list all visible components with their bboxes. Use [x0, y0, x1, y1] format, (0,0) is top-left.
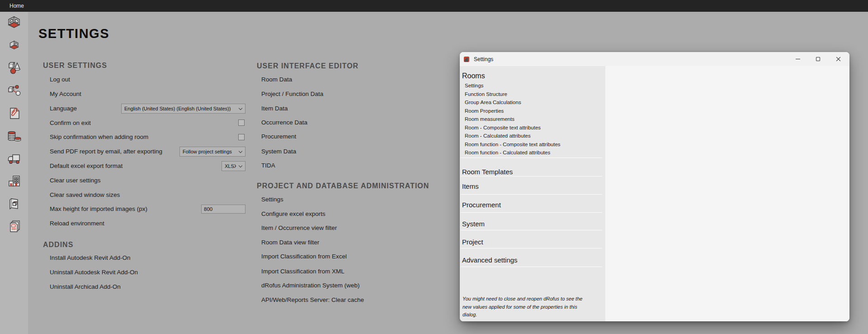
admin-item-occurrence-view-filter[interactable]: Item / Occurrence view filter [261, 224, 337, 233]
drofus-logo-icon [463, 56, 470, 62]
skip-confirmation-checkbox[interactable] [238, 134, 245, 140]
separator [461, 267, 602, 267]
uninstall-archicad-link[interactable]: Uninstall Archicad Add-On [50, 282, 121, 291]
tree-item-function-structure[interactable]: Function Structure [465, 90, 561, 99]
send-pdf-select-value: Follow project settings [183, 149, 236, 154]
admin-api-clear-cache[interactable]: API/Web/Reports Server: Clear cache [261, 296, 364, 305]
tree-item-room-function-calculated-attributes[interactable]: Room function - Calculated attributes [465, 148, 561, 157]
tree-item-room-function-composite-text-attributes[interactable]: Room function - Composite text attribute… [465, 140, 561, 149]
ui-editor-project-function-data[interactable]: Project / Function Data [261, 90, 323, 99]
user-settings-heading: USER SETTINGS [43, 61, 107, 70]
send-pdf-label: Send PDF report by email, after exportin… [50, 147, 162, 156]
send-pdf-select[interactable]: Follow project settings [179, 147, 245, 157]
language-select[interactable]: English (United States) (English (United… [121, 104, 245, 114]
admin-drofus-administration-system[interactable]: dRofus Administration System (web) [261, 281, 360, 290]
excel-format-select-value: XLSX [225, 163, 236, 169]
reload-environment-link[interactable]: Reload environment [50, 219, 104, 228]
admin-heading: PROJECT AND DATABASE ADMINISTRATION [257, 181, 429, 191]
ui-editor-system-data[interactable]: System Data [261, 147, 296, 156]
tree-item-room-calculated-attributes[interactable]: Room - Calculated attributes [465, 132, 561, 140]
my-account-link[interactable]: My Account [50, 90, 81, 99]
finance-icon[interactable] [6, 128, 22, 144]
admin-settings[interactable]: Settings [261, 195, 283, 204]
tree-item-settings[interactable]: Settings [465, 81, 561, 90]
project-icon[interactable] [6, 173, 22, 189]
max-height-input[interactable] [201, 205, 245, 214]
tree-room-templates-header[interactable]: Room Templates [462, 167, 513, 177]
ui-editor-tida[interactable]: TIDA [261, 161, 275, 170]
confirm-on-exit-label: Confirm on exit [50, 119, 91, 128]
language-select-value: English (United States) (English (United… [124, 106, 236, 111]
tree-advanced-settings-header[interactable]: Advanced settings [462, 256, 518, 265]
separator [461, 230, 602, 230]
tree-rooms-header[interactable]: Rooms [462, 72, 485, 80]
skip-confirmation-label: Skip confirmation when adding room [50, 133, 148, 142]
drofus-settings-screen: { "topbar": { "home": "Home" }, "sidebar… [0, 0, 868, 334]
uninstall-revit-link[interactable]: Uninstall Autodesk Revit Add-On [50, 268, 138, 277]
close-icon[interactable] [828, 52, 849, 66]
minimize-icon[interactable] [788, 52, 808, 66]
dialog-titlebar[interactable]: Settings [460, 52, 849, 66]
page-title: SETTINGS [38, 26, 109, 41]
separator [461, 157, 602, 158]
excel-format-label: Default excel export format [50, 162, 123, 171]
dialog-footnote: You might need to close and reopen dRofu… [462, 295, 590, 319]
tree-item-room-composite-text-attributes[interactable]: Room - Composite text attributes [465, 124, 561, 132]
reports-icon[interactable] [6, 218, 22, 234]
tree-project-header[interactable]: Project [462, 238, 483, 247]
maximize-icon[interactable] [808, 52, 828, 66]
admin-configure-excel-exports[interactable]: Configure excel exports [261, 210, 326, 219]
dialog-tree-panel: Rooms Settings Function Structure Group … [460, 66, 605, 321]
items-icon[interactable] [6, 60, 22, 76]
clear-window-sizes-link[interactable]: Clear saved window sizes [50, 191, 120, 200]
logistics-icon[interactable] [6, 150, 22, 167]
chevron-down-icon [239, 149, 242, 153]
log-out-link[interactable]: Log out [50, 75, 70, 84]
catalog-icon[interactable] [6, 196, 22, 212]
admin-import-classification-xml[interactable]: Import Classification from XML [261, 267, 344, 276]
attachments-icon[interactable] [6, 105, 22, 121]
admin-room-data-view-filter[interactable]: Room Data view filter [261, 238, 319, 247]
admin-import-classification-excel[interactable]: Import Classification from Excel [261, 252, 347, 261]
confirm-on-exit-checkbox[interactable] [238, 119, 245, 126]
rooms-alt-icon[interactable] [6, 37, 22, 53]
tree-items-header[interactable]: Items [462, 182, 479, 191]
dialog-body: Rooms Settings Function Structure Group … [460, 66, 849, 321]
ui-editor-occurrence-data[interactable]: Occurrence Data [261, 118, 307, 127]
excel-format-select[interactable]: XLSX [222, 161, 245, 171]
max-height-label: Max height for imported images (px) [50, 205, 147, 214]
top-bar: Home [0, 0, 868, 12]
separator [461, 212, 602, 213]
ui-editor-item-data[interactable]: Item Data [261, 104, 288, 113]
separator [461, 248, 602, 248]
clear-user-settings-link[interactable]: Clear user settings [50, 176, 101, 185]
dialog-title: Settings [474, 56, 493, 62]
sidebar [0, 12, 28, 334]
systems-icon[interactable] [6, 82, 22, 99]
window-controls [788, 52, 849, 66]
ui-editor-heading: USER INTERFACE EDITOR [257, 62, 359, 71]
chevron-down-icon [239, 163, 242, 167]
tree-item-room-measurements[interactable]: Room measurements [465, 115, 561, 124]
separator [461, 176, 602, 177]
tree-rooms-children: Settings Function Structure Group Area C… [465, 81, 561, 157]
ui-editor-room-data[interactable]: Room Data [261, 75, 292, 84]
tree-procurement-header[interactable]: Procurement [462, 200, 501, 210]
separator [461, 194, 602, 195]
ui-editor-procurement[interactable]: Procurement [261, 132, 296, 141]
language-label: Language [50, 104, 77, 113]
dialog-content-panel [605, 66, 849, 321]
addins-heading: ADDINS [43, 240, 73, 249]
tree-item-group-area-calculations[interactable]: Group Area Calculations [465, 98, 561, 107]
tree-item-room-properties[interactable]: Room Properties [465, 107, 561, 115]
home-tab[interactable]: Home [5, 0, 28, 12]
settings-dialog: Settings Rooms Settings Function Structu… [460, 52, 849, 321]
chevron-down-icon [239, 106, 242, 110]
rooms-icon[interactable] [6, 14, 22, 31]
tree-system-header[interactable]: System [462, 219, 485, 229]
install-revit-link[interactable]: Install Autodesk Revit Add-On [50, 253, 131, 262]
